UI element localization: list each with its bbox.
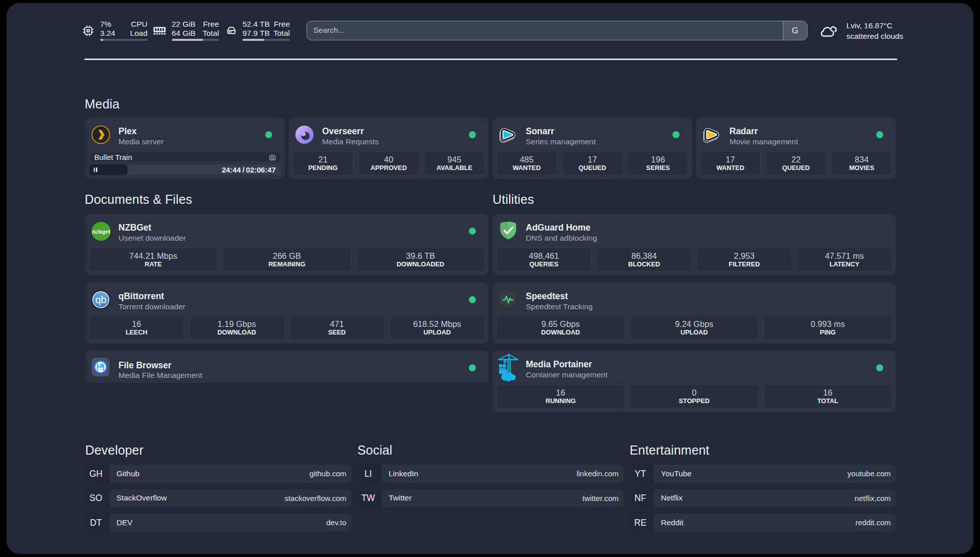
svg-text:nzbget: nzbget bbox=[92, 229, 110, 235]
svg-text:qb: qb bbox=[95, 294, 106, 305]
